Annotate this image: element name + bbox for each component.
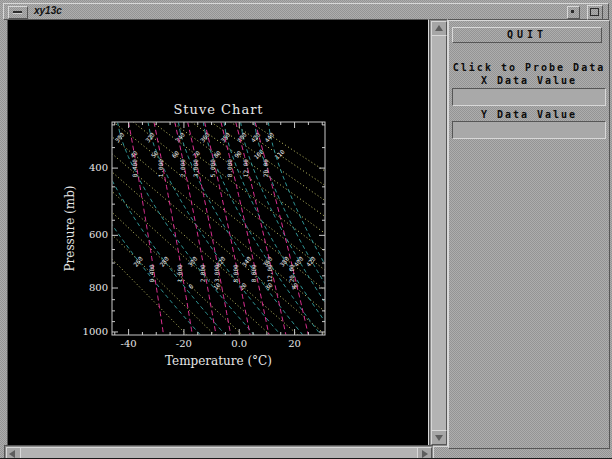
arrow-right-icon (422, 450, 428, 458)
window-menu-dash-icon (13, 11, 22, 13)
svg-text:600: 600 (89, 229, 108, 240)
svg-text:8.000: 8.000 (250, 264, 257, 282)
svg-text:8.000: 8.000 (226, 159, 233, 177)
svg-text:800: 800 (89, 282, 108, 293)
svg-text:20.00: 20.00 (288, 264, 295, 282)
svg-text:1000: 1000 (83, 326, 108, 337)
svg-text:1.000: 1.000 (157, 159, 164, 177)
y-data-value-field[interactable] (452, 121, 606, 139)
svg-text:2.000: 2.000 (199, 264, 206, 282)
svg-text:400: 400 (89, 162, 108, 173)
svg-text:2.000: 2.000 (179, 159, 186, 177)
svg-text:Temperature (°C): Temperature (°C) (165, 354, 272, 368)
horizontal-scroll-thumb[interactable] (20, 447, 418, 459)
chart-canvas[interactable]: 0102030404050607080901001102602803003003… (7, 19, 429, 446)
svg-text:12.00: 12.00 (266, 264, 273, 282)
svg-text:5.000: 5.000 (232, 264, 239, 282)
vertical-scrollbar[interactable] (429, 19, 448, 447)
window-menu-button[interactable] (8, 6, 28, 19)
svg-text:1.000: 1.000 (176, 264, 183, 282)
x-data-value-label: X Data Value (449, 75, 609, 86)
quit-button[interactable]: QUIT (452, 27, 602, 43)
minimize-button[interactable] (567, 6, 580, 19)
svg-text:Pressure (mb): Pressure (mb) (63, 185, 77, 271)
svg-text:20: 20 (288, 338, 301, 349)
minimize-dot-icon (571, 10, 574, 13)
svg-text:-20: -20 (176, 338, 192, 349)
arrow-down-icon (435, 435, 443, 441)
svg-text:0.400: 0.400 (131, 159, 138, 177)
svg-text:3.000: 3.000 (192, 159, 199, 177)
scroll-down-button[interactable] (431, 430, 447, 445)
window-title: xy13c (34, 5, 62, 16)
app-window: xy13c 0102030404050607080901001102602803… (0, 0, 612, 459)
svg-text:20.00: 20.00 (262, 159, 269, 177)
svg-text:12.00: 12.00 (242, 159, 249, 177)
svg-text:-40: -40 (121, 338, 137, 349)
vertical-scroll-thumb[interactable] (431, 35, 447, 431)
svg-text:Stuve Chart: Stuve Chart (173, 102, 263, 117)
svg-text:3.000: 3.000 (213, 264, 220, 282)
arrow-left-icon (9, 450, 15, 458)
probe-hint-label: Click to Probe Data (449, 62, 609, 73)
control-panel: QUIT Click to Probe Data X Data Value Y … (448, 20, 610, 449)
titlebar[interactable]: xy13c (3, 3, 609, 20)
scroll-left-button[interactable] (6, 447, 21, 459)
stuve-chart: 0102030404050607080901001102602803003003… (8, 20, 428, 445)
y-data-value-label: Y Data Value (449, 109, 609, 120)
arrow-up-icon (435, 25, 443, 31)
horizontal-scrollbar[interactable] (4, 445, 434, 459)
scroll-right-button[interactable] (417, 447, 432, 459)
svg-text:5.000: 5.000 (209, 159, 216, 177)
maximize-square-icon (590, 8, 599, 16)
svg-text:0.0: 0.0 (231, 338, 247, 349)
maximize-button[interactable] (587, 5, 603, 20)
scroll-up-button[interactable] (431, 21, 447, 36)
svg-text:0.400: 0.400 (148, 264, 155, 282)
x-data-value-field[interactable] (452, 88, 606, 106)
